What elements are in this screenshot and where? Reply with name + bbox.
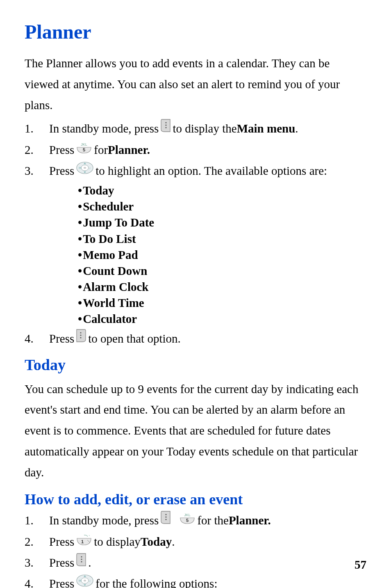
- menu-key-icon: [76, 553, 86, 573]
- nav-pad-icon: [76, 161, 94, 181]
- howto-step-1: 1. In standby mode, press for the Planne…: [25, 510, 366, 531]
- option-label: Today: [83, 183, 114, 199]
- nav-pad-icon: [76, 574, 94, 588]
- key-1-icon: [76, 532, 92, 552]
- howto-step-1-a: In standby mode, press: [49, 510, 159, 531]
- option-item: •Jump To Date: [78, 215, 366, 231]
- option-label: Calculator: [83, 311, 137, 327]
- howto-step-num-4: 4.: [25, 574, 49, 588]
- step-num-1: 1.: [25, 119, 49, 139]
- heading-planner: Planner: [25, 21, 366, 43]
- heading-howto: How to add, edit, or erase an event: [25, 491, 366, 508]
- step-num-4: 4.: [25, 329, 49, 349]
- howto-step-1-planner: Planner.: [229, 510, 271, 531]
- howto-step-2-a: Press: [49, 532, 74, 552]
- options-list: •Today•Scheduler•Jump To Date•To Do List…: [78, 183, 366, 327]
- howto-step-4-b: for the following options:: [95, 574, 217, 588]
- step-2-planner: Planner.: [108, 140, 150, 160]
- bullet-dot: •: [78, 311, 82, 327]
- option-label: Alarm Clock: [83, 279, 148, 295]
- step-num-2: 2.: [25, 140, 49, 160]
- option-item: •Count Down: [78, 263, 366, 279]
- step-num-3: 3.: [25, 161, 49, 181]
- howto-step-2-d: .: [172, 532, 175, 552]
- bullet-dot: •: [78, 263, 82, 279]
- page-number: 57: [355, 558, 366, 572]
- step-2-text-b: for: [94, 140, 108, 160]
- bullet-dot: •: [78, 279, 82, 295]
- option-item: •World Time: [78, 295, 366, 311]
- option-label: World Time: [83, 295, 144, 311]
- step-2-text-a: Press: [49, 140, 74, 160]
- howto-step-1-b: for the: [197, 510, 229, 531]
- option-item: •Alarm Clock: [78, 279, 366, 295]
- step-1-main-menu: Main menu: [237, 119, 296, 139]
- step-3: 3. Press to highlight an option. The ava…: [25, 161, 366, 181]
- bullet-dot: •: [78, 231, 82, 247]
- howto-step-4-a: Press: [49, 574, 74, 588]
- option-item: •Memo Pad: [78, 247, 366, 263]
- bullet-dot: •: [78, 215, 82, 231]
- step-1-text-b: to display the: [173, 119, 236, 139]
- howto-step-num-3: 3.: [25, 553, 49, 573]
- bullet-dot: •: [78, 295, 82, 311]
- option-item: •Calculator: [78, 311, 366, 327]
- option-label: Memo Pad: [83, 247, 138, 263]
- option-label: Jump To Date: [83, 215, 154, 231]
- option-item: •Today: [78, 183, 366, 199]
- today-paragraph: You can schedule up to 9 events for the …: [25, 379, 366, 483]
- step-4-text-b: to open that option.: [88, 329, 181, 349]
- howto-step-num-2: 2.: [25, 532, 49, 552]
- step-4-text-a: Press: [49, 329, 74, 349]
- step-4: 4. Press to open that option.: [25, 329, 366, 349]
- howto-step-4: 4. Press for the following options:: [25, 574, 366, 588]
- howto-step-2-b: to display: [94, 532, 141, 552]
- howto-step-3: 3. Press .: [25, 553, 366, 573]
- step-1-text-a: In standby mode, press: [49, 119, 159, 139]
- ok-key-icon: [76, 329, 86, 349]
- option-label: Scheduler: [83, 199, 134, 215]
- howto-step-num-1: 1.: [25, 510, 49, 531]
- bullet-dot: •: [78, 183, 82, 199]
- step-3-text-b: to highlight an option. The available op…: [95, 161, 327, 181]
- step-1: 1. In standby mode, press to display the…: [25, 119, 366, 139]
- step-2: 2. Press for Planner.: [25, 140, 366, 160]
- heading-today: Today: [25, 356, 366, 374]
- step-3-text-a: Press: [49, 161, 74, 181]
- key-5-icon: [179, 510, 196, 531]
- howto-step-3-b: .: [88, 553, 91, 573]
- menu-key-icon: [160, 510, 171, 531]
- option-item: •To Do List: [78, 231, 366, 247]
- howto-step-3-a: Press: [49, 553, 74, 573]
- intro-paragraph: The Planner allows you to add events in …: [25, 53, 366, 115]
- step-1-text-d: .: [295, 119, 298, 139]
- option-label: To Do List: [83, 231, 136, 247]
- bullet-dot: •: [78, 199, 82, 215]
- howto-step-2: 2. Press to display Today .: [25, 532, 366, 552]
- key-5-icon: [76, 140, 92, 160]
- menu-key-icon: [160, 119, 171, 139]
- bullet-dot: •: [78, 247, 82, 263]
- howto-step-2-today: Today: [141, 532, 172, 552]
- option-item: •Scheduler: [78, 199, 366, 215]
- option-label: Count Down: [83, 263, 147, 279]
